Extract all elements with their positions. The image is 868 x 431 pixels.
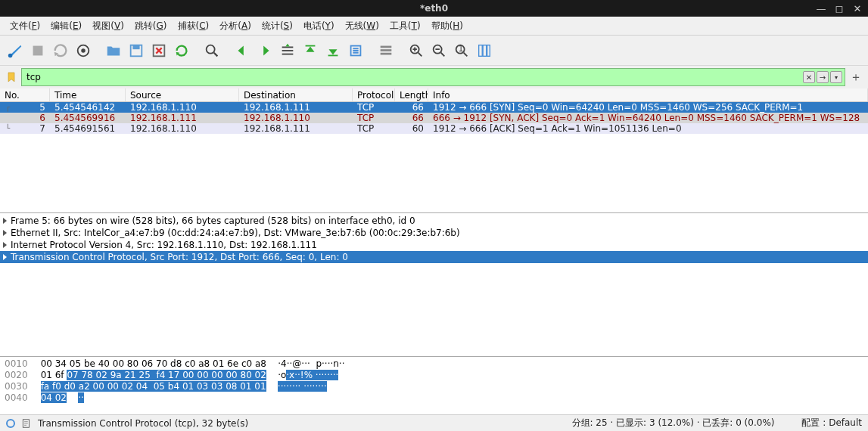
menu-item[interactable]: 帮助(H): [426, 17, 468, 35]
main-toolbar: 1: [0, 36, 868, 66]
menu-item[interactable]: 无线(W): [340, 17, 384, 35]
svg-point-0: [8, 53, 13, 57]
svg-rect-22: [483, 45, 487, 56]
svg-rect-1: [33, 45, 43, 55]
packet-details-pane[interactable]: Frame 5: 66 bytes on wire (528 bits), 66…: [0, 213, 868, 357]
zoom-in-button[interactable]: [406, 40, 427, 61]
menu-item[interactable]: 跳转(G): [129, 17, 173, 35]
close-file-button[interactable]: [148, 40, 170, 61]
menu-item[interactable]: 统计(S): [257, 17, 298, 35]
auto-scroll-button[interactable]: [345, 40, 366, 61]
menu-item[interactable]: 视图(V): [87, 17, 129, 35]
packet-list-header: No. Time Source Destination Protocol Len…: [0, 88, 868, 102]
detail-row[interactable]: Ethernet II, Src: IntelCor_a4:e7:b9 (0c:…: [0, 227, 868, 239]
col-destination[interactable]: Destination: [239, 88, 353, 101]
go-last-button[interactable]: [322, 40, 344, 61]
add-filter-expression-button[interactable]: ＋: [847, 68, 865, 86]
packet-row[interactable]: 65.454569916192.168.1.111192.168.1.110TC…: [0, 113, 868, 123]
window-title: *eth0: [420, 3, 448, 14]
svg-point-3: [81, 48, 86, 53]
hex-line[interactable]: 0030 fa f0 d0 a2 00 00 02 04 05 b4 01 03…: [5, 381, 863, 392]
start-capture-button[interactable]: [5, 40, 26, 61]
restart-capture-button[interactable]: [50, 40, 71, 61]
minimize-button[interactable]: —: [814, 2, 829, 14]
menu-item[interactable]: 捕获(C): [173, 17, 215, 35]
status-main-text: Transmission Control Protocol (tcp), 32 …: [38, 418, 248, 429]
go-back-button[interactable]: [232, 40, 253, 61]
go-forward-button[interactable]: [254, 40, 275, 61]
stop-capture-button[interactable]: [27, 40, 48, 61]
packet-bytes-pane[interactable]: 0010 00 34 05 be 40 00 80 06 70 d8 c0 a8…: [0, 357, 868, 414]
col-time[interactable]: Time: [50, 88, 126, 101]
svg-rect-9: [282, 50, 294, 51]
find-packet-button[interactable]: [201, 40, 222, 61]
col-length[interactable]: Length: [395, 88, 428, 101]
clear-filter-button[interactable]: ✕: [803, 71, 815, 83]
go-to-packet-button[interactable]: [277, 40, 298, 61]
maximize-button[interactable]: ◻: [832, 2, 847, 14]
filter-controls: ✕ → ▾: [801, 68, 845, 86]
packet-row[interactable]: └75.454691561192.168.1.110192.168.1.111T…: [0, 123, 868, 134]
detail-row[interactable]: Transmission Control Protocol, Src Port:…: [0, 251, 868, 263]
status-packets-text: 分组: 25 · 已显示: 3 (12.0%) · 已丢弃: 0 (0.0%): [572, 417, 775, 429]
capture-file-icon: [21, 418, 32, 429]
svg-rect-15: [381, 49, 392, 51]
menu-item[interactable]: 分析(A): [214, 17, 257, 35]
svg-rect-21: [479, 45, 483, 56]
svg-rect-16: [381, 52, 392, 54]
expert-info-icon[interactable]: [6, 419, 15, 428]
hex-line[interactable]: 0010 00 34 05 be 40 00 80 06 70 d8 c0 a8…: [5, 358, 863, 370]
filter-history-button[interactable]: ▾: [830, 71, 842, 83]
close-button[interactable]: ✕: [850, 2, 865, 14]
status-profile-text[interactable]: 配置 : Default: [801, 417, 862, 429]
open-file-button[interactable]: [103, 40, 124, 61]
menu-item[interactable]: 文件(F): [5, 17, 45, 35]
col-no[interactable]: No.: [0, 88, 50, 101]
detail-row[interactable]: Internet Protocol Version 4, Src: 192.16…: [0, 239, 868, 251]
packet-list-pane[interactable]: No. Time Source Destination Protocol Len…: [0, 88, 868, 213]
hex-line[interactable]: 0040 04 02 ··: [5, 392, 863, 404]
col-protocol[interactable]: Protocol: [353, 88, 395, 101]
filter-bookmark-icon[interactable]: [3, 69, 20, 85]
title-bar: *eth0 — ◻ ✕: [0, 0, 868, 17]
menu-item[interactable]: 电话(Y): [298, 17, 340, 35]
svg-text:1: 1: [458, 43, 463, 53]
svg-rect-14: [381, 45, 392, 48]
svg-rect-5: [132, 45, 139, 48]
zoom-reset-button[interactable]: 1: [451, 40, 472, 61]
apply-filter-button[interactable]: →: [817, 71, 829, 83]
capture-options-button[interactable]: [73, 40, 94, 61]
menu-item[interactable]: 工具(T): [384, 17, 426, 35]
display-filter-input[interactable]: [21, 68, 801, 86]
zoom-out-button[interactable]: [428, 40, 450, 61]
save-file-button[interactable]: [126, 40, 147, 61]
display-filter-bar: ✕ → ▾ ＋: [0, 66, 868, 88]
menu-item[interactable]: 编辑(E): [45, 17, 87, 35]
go-first-button[interactable]: [300, 40, 321, 61]
svg-rect-10: [282, 53, 294, 54]
menu-bar: 文件(F)编辑(E)视图(V)跳转(G)捕获(C)分析(A)统计(S)电话(Y)…: [0, 17, 868, 36]
packet-row[interactable]: ┌55.454546142192.168.1.110192.168.1.111T…: [0, 102, 868, 113]
resize-columns-button[interactable]: [474, 40, 495, 61]
svg-rect-12: [328, 54, 338, 56]
svg-rect-11: [306, 45, 316, 46]
reload-button[interactable]: [171, 40, 192, 61]
svg-rect-8: [282, 46, 294, 48]
detail-row[interactable]: Frame 5: 66 bytes on wire (528 bits), 66…: [0, 215, 868, 227]
colorize-button[interactable]: [375, 40, 397, 61]
col-info[interactable]: Info: [428, 88, 868, 101]
svg-rect-23: [487, 45, 490, 56]
svg-point-7: [207, 45, 215, 53]
packet-list-body[interactable]: ┌55.454546142192.168.1.110192.168.1.111T…: [0, 102, 868, 134]
status-bar: Transmission Control Protocol (tcp), 32 …: [0, 414, 868, 431]
col-source[interactable]: Source: [126, 88, 239, 101]
hex-line[interactable]: 0020 01 6f 07 78 02 9a 21 25 f4 17 00 00…: [5, 370, 863, 381]
